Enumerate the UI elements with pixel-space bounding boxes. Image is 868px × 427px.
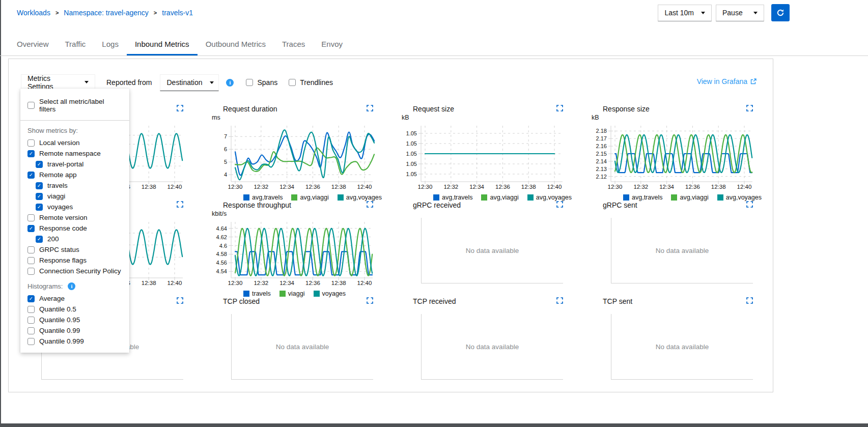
filter-label: Quantile 0.5 [39,305,76,313]
filter-checkbox-quantile-0-99[interactable]: Quantile 0.99 [20,325,129,336]
info-icon[interactable]: i [226,79,234,87]
svg-text:12:32: 12:32 [443,184,458,190]
histograms-heading: Histograms: i [20,276,129,293]
filter-checkbox-remote-version[interactable]: Remote version [20,212,129,223]
external-link-icon [750,78,757,84]
filter-checkbox-travel-portal[interactable]: ✓travel-portal [20,159,129,169]
tab-outbound-metrics[interactable]: Outbound Metrics [198,36,274,55]
expand-chart-icon[interactable] [556,105,563,111]
chart-unit-label [212,306,375,314]
duration-dropdown-value: Last 10m [664,9,694,17]
expand-chart-icon[interactable] [556,201,563,208]
breadcrumb-workload-link[interactable]: travels-v1 [162,9,193,17]
expand-chart-icon[interactable] [746,201,753,208]
filter-label: Response code [39,224,87,232]
filter-checkbox-200[interactable]: ✓200 [20,234,129,244]
chart-title: TCP closed [223,297,260,305]
tab-overview[interactable]: Overview [9,36,57,55]
chart-plot[interactable]: 12:3012:3212:3412:3612:3812:402.182.172.… [589,122,755,191]
tab-inbound-metrics[interactable]: Inbound Metrics [127,36,198,55]
svg-text:12:30: 12:30 [608,184,623,190]
chart-unit-label [592,210,755,218]
breadcrumb-workloads-link[interactable]: Workloads [17,9,50,17]
filter-checkbox-remote-app[interactable]: ✓Remote app [20,169,129,180]
chart-plot[interactable]: 12:3012:3212:3412:3612:3812:407654 [209,122,375,191]
view-in-grafana-link[interactable]: View in Grafana [697,77,757,86]
filter-checkbox-average[interactable]: ✓Average [20,293,129,304]
expand-chart-icon[interactable] [177,201,183,208]
checkbox-icon [27,317,35,324]
refresh-interval-dropdown[interactable]: Pause [716,5,764,21]
refresh-button[interactable] [771,4,790,21]
spans-checkbox[interactable]: Spans [246,78,277,87]
chart-title: Request duration [223,105,277,113]
svg-text:2.13: 2.13 [596,166,607,172]
info-icon[interactable]: i [68,282,75,290]
filter-label: travel-portal [47,160,83,168]
svg-text:2.15: 2.15 [596,151,607,157]
filter-checkbox-quantile-0-999[interactable]: Quantile 0.999 [20,336,129,347]
filter-checkbox-connection-security-policy[interactable]: Connection Security Policy [20,266,129,276]
expand-chart-icon[interactable] [367,297,373,304]
checkbox-icon [27,268,35,275]
svg-text:4.64: 4.64 [216,225,227,232]
reported-from-dropdown[interactable]: Destination [160,74,219,91]
svg-text:12:40: 12:40 [357,280,372,286]
svg-text:12:38: 12:38 [331,280,346,286]
trendlines-checkbox[interactable]: Trendlines [289,78,333,87]
tab-logs[interactable]: Logs [94,36,127,55]
expand-chart-icon[interactable] [177,297,183,304]
tab-traces[interactable]: Traces [274,36,313,55]
expand-chart-icon[interactable] [746,105,753,111]
chevron-down-icon [701,12,705,14]
tab-traffic[interactable]: Traffic [57,36,94,55]
filter-label: travels [47,182,68,189]
filter-label: Quantile 0.999 [39,337,84,345]
expand-chart-icon[interactable] [367,105,373,111]
filter-checkbox-response-flags[interactable]: Response flags [20,255,129,266]
select-all-filters-checkbox[interactable]: Select all metric/label filters [20,95,129,117]
chart-legend [243,380,375,388]
chart-plot[interactable]: 12:3012:3212:3412:3612:3812:404.644.624.… [209,218,375,287]
chart-plot[interactable]: 12:3012:3212:3412:3612:3812:401.051.051.… [399,122,565,191]
breadcrumb-namespace-link[interactable]: Namespace: travel-agency [64,9,149,17]
checkbox-icon [27,306,35,313]
filter-checkbox-viaggi[interactable]: ✓viaggi [20,191,129,202]
filter-checkbox-remote-namespace[interactable]: ✓Remote namespace [20,148,129,159]
svg-text:12:36: 12:36 [685,184,700,190]
filter-label: Remote version [39,214,88,221]
svg-text:12:34: 12:34 [279,280,294,286]
checkbox-icon [27,327,35,334]
tab-envoy[interactable]: Envoy [313,36,351,55]
svg-text:12:30: 12:30 [418,184,433,190]
window-bottom-edge [0,423,868,427]
filter-checkbox-quantile-0-95[interactable]: Quantile 0.95 [20,315,129,325]
filter-checkbox-response-code[interactable]: ✓Response code [20,223,129,234]
svg-text:4.56: 4.56 [216,260,227,266]
no-data-message: No data available [656,247,709,254]
checkbox-icon [27,139,35,147]
filter-checkbox-grpc-status[interactable]: GRPC status [20,244,129,255]
chart-unit-label [402,210,565,218]
expand-chart-icon[interactable] [177,105,183,111]
expand-chart-icon[interactable] [556,297,563,304]
duration-dropdown[interactable]: Last 10m [658,5,712,21]
checkbox-icon: ✓ [36,193,43,200]
filter-label: Remote namespace [39,150,101,157]
filter-label: viaggi [47,192,65,200]
filter-checkbox-local-version[interactable]: Local version [20,137,129,148]
svg-text:4.62: 4.62 [216,234,227,240]
filter-label: Quantile 0.99 [39,327,80,334]
svg-text:12:38: 12:38 [521,184,536,190]
svg-text:5: 5 [224,159,227,165]
filter-checkbox-voyages[interactable]: ✓voyages [20,202,129,212]
filter-label: GRPC status [39,246,79,253]
chart-cell: Request sizekB12:3012:3212:3412:3612:381… [399,104,565,200]
metrics-settings-label: Metrics Settings [27,74,77,91]
filter-checkbox-travels[interactable]: ✓travels [20,180,129,191]
chevron-right-icon: > [154,10,157,16]
filter-checkbox-quantile-0-5[interactable]: Quantile 0.5 [20,304,129,315]
expand-chart-icon[interactable] [746,297,753,304]
expand-chart-icon[interactable] [367,201,373,208]
svg-text:12:36: 12:36 [495,184,510,190]
